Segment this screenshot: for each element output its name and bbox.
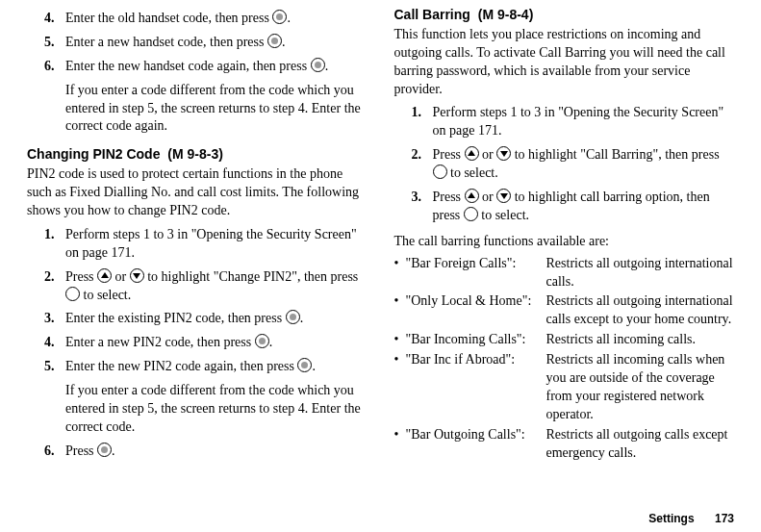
item-label: "Bar Inc if Abroad": <box>406 351 546 424</box>
step-number: 6. <box>44 58 65 76</box>
text: Enter the new PIN2 code again, then pres… <box>65 359 297 373</box>
intro-pin2: PIN2 code is used to protect certain fun… <box>27 165 368 220</box>
text: or <box>482 147 496 162</box>
text: Enter the new handset code again, then p… <box>65 59 311 73</box>
text: Enter a new handset code, then press <box>65 35 267 49</box>
period: . <box>112 443 115 458</box>
step-text: Press or to highlight "Call Barring", th… <box>433 146 735 183</box>
heading-call-barring: Call Barring (M 9-8-4) <box>394 6 735 24</box>
up-arrow-icon <box>97 268 112 283</box>
step-text: Press . <box>65 443 368 461</box>
bullet-dot: • <box>394 255 406 291</box>
item-desc: Restricts all incoming calls. <box>546 331 735 349</box>
text: Press <box>65 443 97 458</box>
heading-changing-pin2: Changing PIN2 Code (M 9-8-3) <box>27 145 368 164</box>
item-desc: Restricts all outgoing international cal… <box>546 255 735 291</box>
step-text: Press or to highlight call barring optio… <box>433 189 735 225</box>
step-text: Enter the existing PIN2 code, then press… <box>65 310 368 328</box>
item-desc: Restricts all outgoing international cal… <box>546 292 735 329</box>
step-number: 6. <box>44 443 65 461</box>
period: . <box>269 335 273 349</box>
step-number: 3. <box>412 189 433 225</box>
page: 4. Enter the old handset code, then pres… <box>0 0 761 464</box>
bullet-dot: • <box>394 426 406 463</box>
step-text: Perform steps 1 to 3 in "Opening the Sec… <box>65 226 368 263</box>
step-text: Enter the old handset code, then press . <box>65 10 368 28</box>
text: Enter a new PIN2 code, then press <box>65 335 255 349</box>
step-4-enter-new-pin2: 4. Enter a new PIN2 code, then press . <box>44 334 368 352</box>
text: Enter the old handset code, then press <box>65 11 272 25</box>
item-bar-inc-abroad: • "Bar Inc if Abroad": Restricts all inc… <box>394 351 735 424</box>
text: to highlight "Call Barring", then press <box>515 147 720 162</box>
period: . <box>325 59 329 73</box>
down-arrow-icon <box>496 189 511 203</box>
step-1-open-security-2: 1. Perform steps 1 to 3 in "Opening the … <box>412 104 735 140</box>
text: to select. <box>450 165 498 180</box>
text: Press <box>433 147 465 162</box>
step-text: Enter the new PIN2 code again, then pres… <box>65 358 368 376</box>
period: . <box>287 11 291 25</box>
note-code-mismatch-2: If you enter a code different from the c… <box>65 382 368 437</box>
page-footer: Settings 173 <box>648 511 734 526</box>
ok-button-icon <box>97 443 112 457</box>
step-5-enter-new-pin2-again: 5. Enter the new PIN2 code again, then p… <box>44 358 368 376</box>
step-number: 4. <box>44 334 65 352</box>
step-text: Enter a new PIN2 code, then press . <box>65 334 368 352</box>
select-button-icon <box>433 165 447 179</box>
text: to select. <box>481 208 529 222</box>
heading-text: Changing PIN2 Code <box>27 146 160 162</box>
step-number: 3. <box>44 310 65 328</box>
list-intro: The call barring functions available are… <box>394 233 735 251</box>
menu-code: (M 9-8-3) <box>167 146 223 162</box>
step-3-highlight-option: 3. Press or to highlight call barring op… <box>412 189 735 225</box>
select-button-icon <box>464 207 478 221</box>
step-number: 1. <box>412 104 433 140</box>
bullet-dot: • <box>394 351 406 424</box>
text: or <box>115 269 130 284</box>
text: Enter the existing PIN2 code, then press <box>65 311 286 325</box>
step-2-highlight-call-barring: 2. Press or to highlight "Call Barring",… <box>412 146 735 183</box>
text: to highlight "Change PIN2", then press <box>147 269 358 284</box>
item-label: "Only Local & Home": <box>406 292 546 329</box>
footer-page-number: 173 <box>715 512 734 525</box>
step-6-press: 6. Press . <box>44 443 368 461</box>
period: . <box>282 35 286 49</box>
ok-button-icon <box>255 334 269 348</box>
item-bar-foreign: • "Bar Foreign Calls": Restricts all out… <box>394 255 735 291</box>
item-desc: Restricts all outgoing calls except emer… <box>546 426 735 463</box>
bullet-dot: • <box>394 331 406 349</box>
ok-button-icon <box>297 358 312 372</box>
item-label: "Bar Incoming Calls": <box>406 331 546 349</box>
text: Press <box>433 190 465 204</box>
item-only-local-home: • "Only Local & Home": Restricts all out… <box>394 292 735 329</box>
step-text: Perform steps 1 to 3 in "Opening the Sec… <box>433 104 735 140</box>
up-arrow-icon <box>465 189 479 203</box>
left-column: 4. Enter the old handset code, then pres… <box>27 4 368 464</box>
step-5-new-handset: 5. Enter a new handset code, then press … <box>44 34 368 52</box>
step-text: Enter the new handset code again, then p… <box>65 58 368 76</box>
item-label: "Bar Outgoing Calls": <box>406 426 546 463</box>
period: . <box>300 311 304 325</box>
text: or <box>482 190 496 204</box>
ok-button-icon <box>272 10 287 24</box>
step-number: 2. <box>44 268 65 305</box>
select-button-icon <box>65 287 80 301</box>
step-3-enter-existing-pin2: 3. Enter the existing PIN2 code, then pr… <box>44 310 368 328</box>
right-column: Call Barring (M 9-8-4) This function let… <box>394 4 735 464</box>
step-number: 5. <box>44 34 65 52</box>
text: to select. <box>84 288 132 302</box>
menu-code: (M 9-8-4) <box>478 7 534 22</box>
step-number: 5. <box>44 358 65 376</box>
step-number: 4. <box>44 10 65 28</box>
step-text: Press or to highlight "Change PIN2", the… <box>65 268 368 305</box>
item-label: "Bar Foreign Calls": <box>406 255 546 291</box>
note-code-mismatch: If you enter a code different from the c… <box>65 82 368 137</box>
step-number: 1. <box>44 226 65 263</box>
step-4-old-handset: 4. Enter the old handset code, then pres… <box>44 10 368 28</box>
down-arrow-icon <box>496 146 511 161</box>
item-bar-incoming: • "Bar Incoming Calls": Restricts all in… <box>394 331 735 349</box>
ok-button-icon <box>267 34 282 48</box>
up-arrow-icon <box>465 146 479 161</box>
step-1-open-security: 1. Perform steps 1 to 3 in "Opening the … <box>44 226 368 263</box>
step-6-new-handset-again: 6. Enter the new handset code again, the… <box>44 58 368 76</box>
